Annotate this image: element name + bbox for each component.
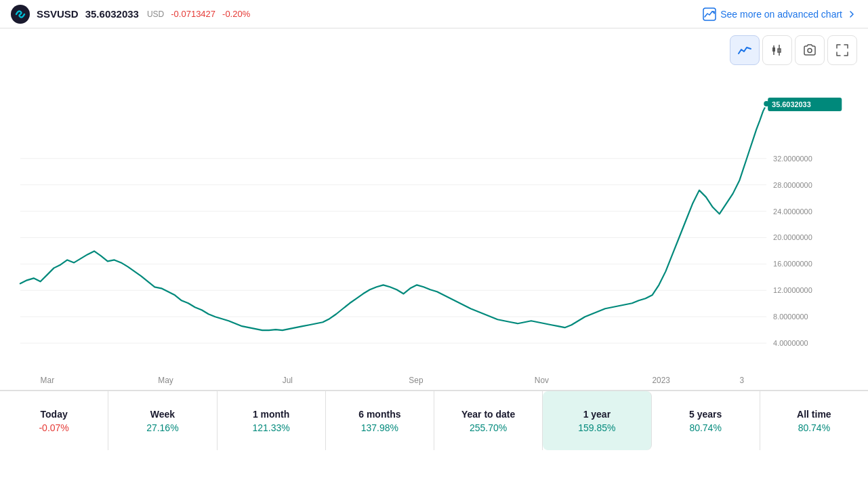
- stat-value: 27.16%: [146, 422, 178, 433]
- svg-text:4.0000000: 4.0000000: [773, 339, 808, 347]
- advanced-chart-link[interactable]: See more on advanced chart: [703, 7, 857, 21]
- ssv-logo-icon: [11, 5, 30, 24]
- line-chart-icon: [737, 43, 752, 58]
- advanced-chart-icon: [703, 7, 716, 21]
- header: SSVUSD 35.6032033 USD -0.0713427 -0.20% …: [0, 0, 868, 28]
- stat-item-6-months[interactable]: 6 months137.98%: [326, 391, 434, 450]
- svg-text:May: May: [158, 376, 173, 385]
- ticker-symbol: SSVUSD: [37, 8, 79, 20]
- ticker-currency: USD: [147, 9, 164, 19]
- stat-value: 159.85%: [578, 422, 615, 433]
- stat-value: 80.74%: [689, 422, 721, 433]
- candlestick-button[interactable]: [762, 35, 792, 65]
- stat-item-all-time[interactable]: All time80.74%: [760, 391, 868, 450]
- fullscreen-icon: [835, 43, 850, 58]
- svg-text:2023: 2023: [653, 376, 671, 385]
- stat-item-1-month[interactable]: 1 month121.33%: [218, 391, 326, 450]
- stat-item-1-year[interactable]: 1 year159.85%: [543, 391, 651, 450]
- price-chart: 4.0000000 8.0000000 12.0000000 16.000000…: [7, 72, 868, 390]
- chart-area: 4.0000000 8.0000000 12.0000000 16.000000…: [0, 72, 868, 391]
- stat-label: 1 month: [253, 409, 289, 420]
- stat-label: 6 months: [358, 409, 400, 420]
- svg-text:28.0000000: 28.0000000: [773, 181, 812, 189]
- ticker-price: 35.6032033: [85, 8, 139, 20]
- svg-text:16.0000000: 16.0000000: [773, 260, 812, 268]
- ticker-change-pct: -0.20%: [222, 9, 250, 19]
- line-chart-button[interactable]: [730, 35, 760, 65]
- svg-rect-3: [772, 47, 775, 52]
- svg-text:12.0000000: 12.0000000: [773, 286, 812, 294]
- stat-item-today[interactable]: Today-0.07%: [0, 391, 108, 450]
- stat-item-5-years[interactable]: 5 years80.74%: [652, 391, 760, 450]
- ticker-change: -0.0713427: [171, 9, 215, 19]
- svg-text:Mar: Mar: [41, 376, 55, 385]
- stat-label: Today: [41, 409, 68, 420]
- stat-value: -0.07%: [39, 422, 68, 433]
- svg-text:Jul: Jul: [283, 376, 293, 385]
- advanced-chart-text: See more on advanced chart: [720, 9, 842, 20]
- fullscreen-button[interactable]: [827, 35, 857, 65]
- ticker-info: SSVUSD 35.6032033 USD -0.0713427 -0.20%: [11, 5, 250, 24]
- svg-text:Sep: Sep: [409, 376, 423, 385]
- svg-point-6: [808, 49, 812, 53]
- svg-text:3: 3: [739, 376, 744, 385]
- stat-value: 121.33%: [252, 422, 289, 433]
- svg-text:Nov: Nov: [535, 376, 549, 385]
- chevron-right-icon: [846, 9, 857, 20]
- stats-bar: Today-0.07%Week27.16%1 month121.33%6 mon…: [0, 391, 868, 450]
- candlestick-icon: [770, 43, 785, 58]
- camera-button[interactable]: [795, 35, 825, 65]
- stat-item-week[interactable]: Week27.16%: [108, 391, 217, 450]
- svg-text:8.0000000: 8.0000000: [773, 313, 808, 321]
- svg-text:24.0000000: 24.0000000: [773, 207, 812, 216]
- stat-label: Year to date: [461, 409, 515, 420]
- chart-toolbar: [0, 28, 868, 72]
- stat-value: 255.70%: [470, 422, 507, 433]
- stat-label: Week: [150, 409, 175, 420]
- stat-item-year-to-date[interactable]: Year to date255.70%: [434, 391, 543, 450]
- stat-label: 5 years: [689, 409, 722, 420]
- svg-text:35.6032033: 35.6032033: [772, 100, 811, 108]
- stat-label: All time: [797, 409, 831, 420]
- stat-label: 1 year: [583, 409, 611, 420]
- svg-text:32.0000000: 32.0000000: [773, 155, 812, 163]
- stat-value: 80.74%: [798, 422, 830, 433]
- stat-value: 137.98%: [361, 422, 398, 433]
- svg-text:20.0000000: 20.0000000: [773, 233, 812, 241]
- camera-icon: [802, 43, 817, 58]
